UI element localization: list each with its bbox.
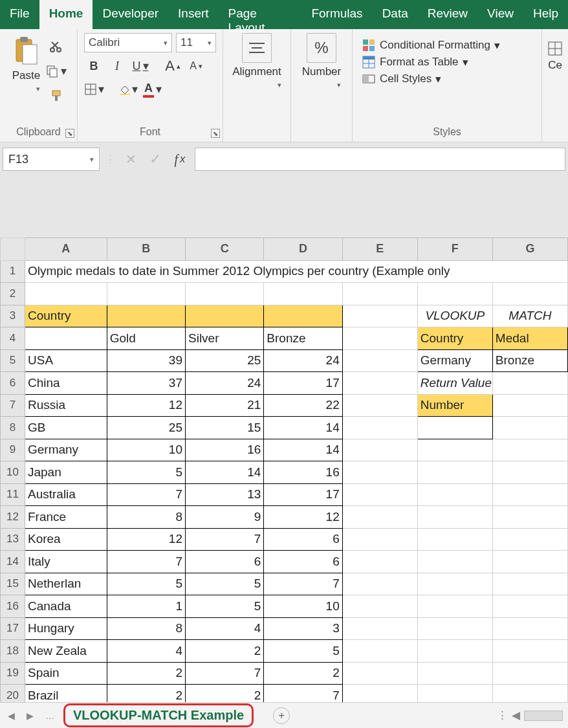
add-sheet-button[interactable]: +: [273, 707, 290, 724]
cell[interactable]: [417, 551, 492, 573]
shrink-font-button[interactable]: A▾: [186, 56, 206, 76]
cell[interactable]: [417, 283, 492, 305]
cell[interactable]: [492, 417, 567, 439]
cell[interactable]: [342, 305, 417, 327]
cell[interactable]: [342, 551, 417, 573]
row-header[interactable]: 16: [1, 595, 25, 618]
cell[interactable]: [107, 283, 185, 305]
cell[interactable]: [492, 617, 567, 640]
cell[interactable]: 22: [264, 394, 342, 417]
cell[interactable]: Canada: [25, 595, 107, 618]
cell-G4[interactable]: Medal: [492, 327, 567, 350]
cell[interactable]: [342, 595, 417, 618]
row-header[interactable]: 6: [1, 372, 25, 395]
cell[interactable]: Germany: [417, 349, 492, 372]
cell-F4[interactable]: Country: [417, 327, 492, 350]
sheet-nav-more[interactable]: …: [43, 711, 57, 721]
cell[interactable]: 25: [185, 349, 263, 372]
cell[interactable]: 4: [185, 617, 263, 640]
cell[interactable]: 8: [107, 617, 185, 640]
clipboard-dialog-launcher[interactable]: ⬊: [65, 129, 74, 138]
cell[interactable]: [342, 372, 417, 395]
cell[interactable]: [492, 394, 567, 417]
tab-insert[interactable]: Insert: [168, 0, 219, 29]
cell[interactable]: 16: [264, 461, 342, 484]
sheet-nav-next[interactable]: ▶: [24, 711, 36, 721]
font-color-button[interactable]: A ▾: [142, 80, 162, 99]
cell[interactable]: 10: [107, 439, 185, 461]
row-header[interactable]: 17: [1, 617, 25, 640]
chevron-down-icon[interactable]: ▾: [278, 81, 281, 89]
cell[interactable]: 12: [107, 528, 185, 551]
cell[interactable]: 1: [107, 595, 185, 618]
number-format-button[interactable]: %: [307, 33, 336, 63]
tab-data[interactable]: Data: [373, 0, 418, 29]
row-header[interactable]: 15: [1, 573, 25, 595]
tab-home[interactable]: Home: [39, 0, 93, 29]
cell-B3[interactable]: [107, 305, 185, 327]
cell[interactable]: 9: [185, 506, 263, 529]
cell[interactable]: [417, 595, 492, 618]
cell[interactable]: [417, 528, 492, 551]
tab-help[interactable]: Help: [523, 0, 568, 29]
alignment-button[interactable]: [242, 33, 272, 63]
cell[interactable]: 6: [264, 551, 342, 573]
cell[interactable]: 12: [264, 506, 342, 529]
select-all-corner[interactable]: [1, 238, 25, 261]
cell[interactable]: [417, 506, 492, 529]
cell[interactable]: 14: [264, 439, 342, 461]
row-header[interactable]: 18: [1, 640, 25, 663]
cell[interactable]: [342, 617, 417, 640]
cell-B4[interactable]: Gold: [107, 327, 185, 350]
row-header[interactable]: 3: [1, 305, 25, 327]
italic-button[interactable]: I: [107, 56, 127, 76]
row-header[interactable]: 11: [1, 483, 25, 506]
row-header[interactable]: 12: [1, 506, 25, 529]
insert-function-button[interactable]: fx: [170, 149, 190, 169]
cell[interactable]: [492, 283, 567, 305]
chevron-down-icon[interactable]: ▾: [36, 85, 40, 93]
cell[interactable]: 5: [185, 573, 263, 595]
worksheet-grid[interactable]: A B C D E F G 1Olympic medals to date in…: [0, 237, 568, 707]
cell-styles-button[interactable]: Cell Styles ▾: [362, 71, 532, 87]
chevron-down-icon[interactable]: ▾: [337, 81, 341, 89]
cell[interactable]: 7: [264, 573, 342, 595]
row-header[interactable]: 2: [1, 283, 25, 305]
cell[interactable]: [492, 528, 567, 551]
cell[interactable]: Hungary: [25, 617, 107, 640]
cell-D3[interactable]: [264, 305, 342, 327]
col-header-E[interactable]: E: [342, 238, 417, 261]
cell[interactable]: 25: [107, 417, 185, 439]
format-as-table-button[interactable]: Format as Table ▾: [362, 54, 532, 71]
cell[interactable]: 15: [185, 417, 263, 439]
cell[interactable]: Korea: [25, 528, 107, 551]
cell[interactable]: [342, 327, 417, 350]
cell[interactable]: Japan: [25, 461, 107, 484]
cell[interactable]: New Zeala: [25, 640, 107, 663]
cell[interactable]: 2: [107, 662, 185, 685]
cell[interactable]: [25, 283, 107, 305]
cell[interactable]: [492, 372, 567, 395]
cell[interactable]: [185, 283, 263, 305]
cell[interactable]: [492, 439, 567, 461]
cell[interactable]: [342, 640, 417, 663]
cancel-formula-button[interactable]: ✕: [121, 149, 140, 169]
sheet-nav-prev[interactable]: ◀: [5, 711, 17, 721]
cell-A1[interactable]: Olympic medals to date in Summer 2012 Ol…: [25, 260, 567, 283]
cell[interactable]: 5: [264, 640, 342, 663]
cell[interactable]: [342, 528, 417, 551]
cell[interactable]: 13: [185, 483, 263, 506]
fill-color-button[interactable]: ▾: [118, 80, 138, 99]
formula-bar[interactable]: [195, 148, 565, 171]
col-header-F[interactable]: F: [417, 238, 492, 261]
tab-view[interactable]: View: [477, 0, 523, 29]
cell[interactable]: China: [25, 372, 107, 395]
cell[interactable]: 6: [264, 528, 342, 551]
cell[interactable]: 24: [185, 372, 263, 395]
cell[interactable]: Number: [417, 394, 492, 417]
cell[interactable]: [492, 461, 567, 484]
font-size-combo[interactable]: 11▾: [176, 33, 216, 52]
scroll-left-icon[interactable]: ◀: [512, 709, 520, 722]
row-header[interactable]: 1: [1, 260, 25, 283]
cell[interactable]: [492, 595, 567, 618]
